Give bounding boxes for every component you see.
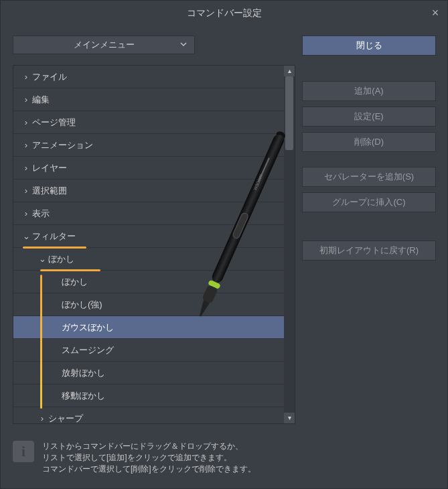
- info-panel: i リストからコマンドバーにドラッグ＆ドロップするか、 リストで選択して[追加]…: [13, 441, 435, 475]
- chevron-right-icon: ›: [21, 134, 31, 157]
- tree-row-label: 選択範囲: [31, 186, 67, 196]
- tree-item-row[interactable]: スムージング: [13, 339, 284, 362]
- tree-row-label: レイヤー: [31, 163, 67, 173]
- dialog-title: コマンドバー設定: [187, 7, 262, 18]
- close-button[interactable]: 閉じる: [302, 36, 436, 56]
- tree-group-row[interactable]: ⌄フィルター: [13, 225, 284, 248]
- reset-layout-button[interactable]: 初期レイアウトに戻す(R): [302, 240, 436, 261]
- chevron-right-icon: ›: [38, 407, 47, 423]
- tree-item-row[interactable]: 放射ぼかし: [13, 362, 284, 385]
- tree-group-row[interactable]: ›ページ管理: [13, 111, 284, 134]
- chevron-right-icon: ›: [21, 180, 31, 202]
- command-tree-viewport[interactable]: ›ファイル›編集›ページ管理›アニメーション›レイヤー›選択範囲›表示⌄フィルタ…: [13, 66, 284, 423]
- titlebar: コマンドバー設定 ×: [1, 1, 447, 25]
- chevron-right-icon: ›: [21, 202, 31, 225]
- dropdown-selected-label: メインメニュー: [74, 40, 135, 50]
- tree-group-row[interactable]: ›アニメーション: [13, 134, 284, 157]
- chevron-right-icon: ›: [21, 157, 31, 180]
- scroll-thumb[interactable]: [285, 76, 293, 150]
- tree-group-row[interactable]: ›シャープ: [13, 407, 284, 423]
- tree-group-row[interactable]: ›選択範囲: [13, 180, 284, 202]
- tree-row-label: 放射ぼかし: [60, 368, 105, 378]
- tree-item-row[interactable]: ガウスぼかし: [13, 316, 284, 339]
- close-icon[interactable]: ×: [423, 1, 447, 25]
- chevron-down-icon: [179, 40, 188, 48]
- insert-group-button[interactable]: グループに挿入(C): [302, 192, 436, 212]
- tree-group-row[interactable]: ›レイヤー: [13, 157, 284, 180]
- tree-row-label: ぼかし(強): [60, 299, 102, 309]
- tree-row-label: 移動ぼかし: [60, 391, 105, 401]
- tree-row-label: ファイル: [31, 72, 67, 82]
- tree-row-label: アニメーション: [31, 140, 93, 150]
- tree-group-row[interactable]: ›表示: [13, 202, 284, 225]
- tree-item-row[interactable]: ぼかし: [13, 271, 284, 293]
- tree-row-label: 表示: [31, 208, 50, 218]
- chevron-right-icon: ›: [21, 111, 31, 134]
- tree-row-label: シャープ: [47, 413, 83, 423]
- tree-group-row[interactable]: ›ファイル: [13, 66, 284, 88]
- tree-row-label: 編集: [31, 94, 50, 104]
- chevron-right-icon: ›: [21, 88, 31, 111]
- scroll-down-button[interactable]: ▾: [284, 413, 295, 423]
- add-button[interactable]: 追加(A): [302, 81, 436, 101]
- tree-row-label: ガウスぼかし: [60, 322, 114, 332]
- tree-item-row[interactable]: 移動ぼかし: [13, 385, 284, 407]
- scrollbar[interactable]: ▴ ▾: [284, 66, 295, 423]
- chevron-down-icon: ⌄: [38, 248, 47, 271]
- settings-button[interactable]: 設定(E): [302, 107, 436, 127]
- tree-row-label: ぼかし: [47, 254, 74, 264]
- command-tree: ›ファイル›編集›ページ管理›アニメーション›レイヤー›選択範囲›表示⌄フィルタ…: [13, 65, 295, 424]
- tree-row-label: ページ管理: [31, 117, 76, 127]
- command-bar-settings-dialog: コマンドバー設定 × メインメニュー ›ファイル›編集›ページ管理›アニメーショ…: [0, 0, 448, 489]
- chevron-down-icon: ⌄: [21, 225, 31, 248]
- add-separator-button[interactable]: セパレーターを追加(S): [302, 167, 436, 187]
- chevron-right-icon: ›: [21, 66, 31, 88]
- info-text: リストからコマンドバーにドラッグ＆ドロップするか、 リストで選択して[追加]をク…: [42, 441, 256, 475]
- tree-row-label: スムージング: [60, 345, 114, 355]
- delete-button[interactable]: 削除(D): [302, 132, 436, 152]
- tree-item-row[interactable]: ぼかし(強): [13, 293, 284, 316]
- tree-group-row[interactable]: ›編集: [13, 88, 284, 111]
- tree-row-label: ぼかし: [60, 277, 88, 287]
- info-icon: i: [13, 441, 34, 462]
- tree-group-row[interactable]: ⌄ぼかし: [13, 248, 284, 271]
- tree-row-label: フィルター: [31, 231, 76, 241]
- menu-selector-dropdown[interactable]: メインメニュー: [13, 36, 195, 54]
- scroll-up-button[interactable]: ▴: [284, 66, 295, 76]
